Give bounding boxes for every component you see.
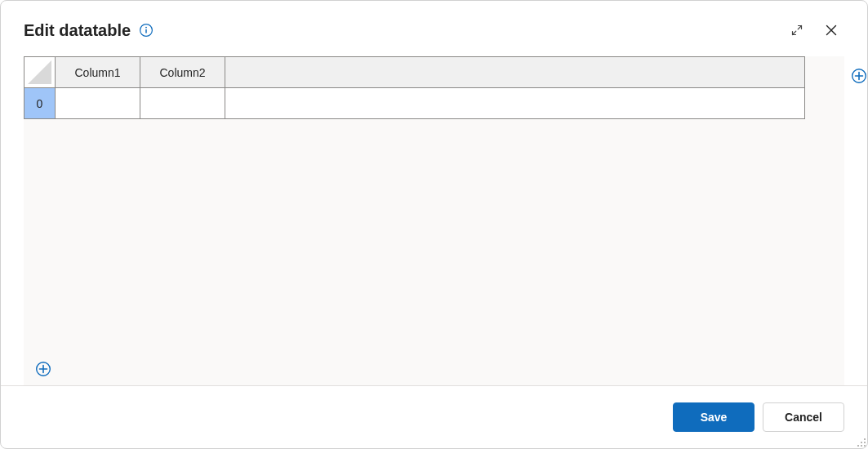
column-header[interactable]: Column2: [140, 57, 225, 88]
add-row-icon[interactable]: [35, 361, 51, 377]
row-index-header[interactable]: 0: [24, 88, 56, 119]
info-icon[interactable]: [139, 23, 154, 38]
data-cell[interactable]: [225, 88, 805, 119]
edit-datatable-dialog: Edit datatable: [0, 0, 868, 449]
expand-icon[interactable]: [784, 17, 810, 43]
save-button[interactable]: Save: [673, 402, 754, 432]
svg-point-8: [864, 442, 866, 443]
svg-rect-2: [145, 29, 147, 33]
svg-point-7: [861, 442, 862, 443]
svg-point-9: [857, 445, 859, 447]
svg-point-6: [864, 438, 866, 440]
close-icon[interactable]: [818, 17, 844, 43]
column-header-empty[interactable]: [225, 57, 805, 88]
resize-grip-icon[interactable]: [855, 436, 866, 447]
cancel-button[interactable]: Cancel: [763, 402, 844, 432]
dialog-title: Edit datatable: [24, 21, 131, 40]
column-header[interactable]: Column1: [56, 57, 140, 88]
data-table: Column1 Column2 0: [24, 56, 805, 119]
svg-point-1: [145, 27, 147, 29]
add-column-icon[interactable]: [851, 68, 867, 84]
svg-marker-3: [28, 60, 51, 84]
select-all-corner[interactable]: [24, 57, 56, 88]
datatable-grid-area: Column1 Column2 0: [24, 56, 844, 385]
data-cell[interactable]: [56, 88, 140, 119]
dialog-header: Edit datatable: [1, 1, 867, 50]
table-row: 0: [24, 88, 805, 119]
dialog-footer: Save Cancel: [1, 385, 867, 448]
data-cell[interactable]: [140, 88, 225, 119]
dialog-body: Column1 Column2 0: [1, 50, 867, 385]
svg-point-11: [864, 445, 866, 447]
svg-point-10: [861, 445, 862, 447]
